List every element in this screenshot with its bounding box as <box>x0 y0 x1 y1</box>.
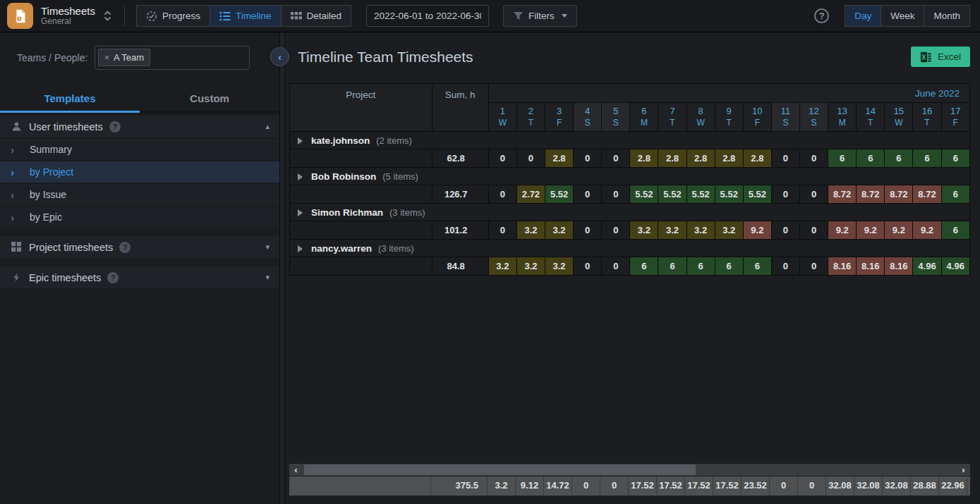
expand-icon[interactable] <box>265 242 270 252</box>
timesheet-cell[interactable]: 9.2 <box>913 221 941 240</box>
timesheet-cell[interactable]: 0 <box>800 185 828 204</box>
week-granularity-button[interactable]: Week <box>881 5 924 27</box>
expand-icon[interactable] <box>265 273 270 282</box>
timesheet-cell[interactable]: 6 <box>686 257 715 276</box>
filters-button[interactable]: Filters <box>503 5 577 27</box>
timesheet-cell[interactable]: 3.2 <box>516 221 545 240</box>
scroll-left-icon[interactable] <box>289 464 303 476</box>
timesheet-cell[interactable]: 0 <box>488 185 516 204</box>
panel-splitter[interactable] <box>279 32 285 504</box>
help-badge-icon[interactable]: ? <box>119 242 131 253</box>
timesheet-cell[interactable]: 0 <box>574 149 602 168</box>
timesheet-cell[interactable]: 0 <box>800 257 828 276</box>
timesheet-cell[interactable]: 6 <box>941 149 969 168</box>
remove-tag-icon[interactable]: × <box>104 53 109 63</box>
help-badge-icon[interactable]: ? <box>109 121 121 133</box>
timesheet-cell[interactable]: 0 <box>800 221 828 240</box>
timesheet-cell[interactable]: 3.2 <box>630 221 658 240</box>
timesheet-cell[interactable]: 9.2 <box>885 221 913 240</box>
scrollbar-thumb[interactable] <box>304 465 696 475</box>
timesheet-cell[interactable]: 8.16 <box>857 257 885 276</box>
section-project-timesheets[interactable]: Project timesheets ? <box>0 236 279 258</box>
timesheet-cell[interactable]: 2.72 <box>516 185 545 204</box>
timesheet-cell[interactable]: 5.52 <box>630 185 658 204</box>
sidebar-item-by-epic[interactable]: by Epic <box>0 207 279 228</box>
timesheet-cell[interactable]: 0 <box>602 257 630 276</box>
month-granularity-button[interactable]: Month <box>924 5 970 27</box>
dashboard-switcher-chevrons-icon[interactable] <box>104 11 111 21</box>
timesheet-cell[interactable]: 8.16 <box>828 257 857 276</box>
timesheet-cell[interactable]: 3.2 <box>488 257 516 276</box>
collapse-icon[interactable] <box>265 122 270 131</box>
tab-custom[interactable]: Custom <box>140 87 279 113</box>
timesheet-cell[interactable]: 8.72 <box>913 185 941 204</box>
timesheet-cell[interactable]: 2.8 <box>715 149 743 168</box>
progress-view-button[interactable]: Progress <box>136 5 210 27</box>
tab-templates[interactable]: Templates <box>0 87 140 113</box>
timesheet-cell[interactable]: 4.96 <box>913 257 941 276</box>
sidebar-item-summary[interactable]: Summary <box>0 139 279 160</box>
collapse-sidebar-button[interactable] <box>270 47 289 66</box>
sidebar-item-by-issue[interactable]: by Issue <box>0 184 279 205</box>
day-granularity-button[interactable]: Day <box>845 5 881 27</box>
group-row[interactable]: Simon Richman(3 items) <box>290 204 970 221</box>
timesheet-cell[interactable]: 0 <box>602 149 630 168</box>
detailed-view-button[interactable]: Detailed <box>281 5 352 27</box>
timesheet-cell[interactable]: 3.2 <box>658 221 686 240</box>
timesheet-cell[interactable]: 6 <box>658 257 686 276</box>
timesheet-cell[interactable]: 2.8 <box>545 149 574 168</box>
export-excel-button[interactable]: Excel <box>911 47 970 67</box>
group-row[interactable]: Bob Robinson(5 items) <box>290 168 970 185</box>
section-user-timesheets[interactable]: User timesheets ? <box>0 116 279 137</box>
timesheet-cell[interactable]: 2.8 <box>686 149 715 168</box>
group-row[interactable]: nancy.warren(3 items) <box>290 240 970 257</box>
help-icon[interactable]: ? <box>814 8 829 23</box>
timesheet-cell[interactable]: 3.2 <box>545 257 574 276</box>
timesheet-cell[interactable]: 6 <box>630 257 658 276</box>
timesheet-cell[interactable]: 0 <box>488 149 516 168</box>
timesheet-cell[interactable]: 8.72 <box>857 185 885 204</box>
timesheet-cell[interactable]: 6 <box>941 221 969 240</box>
timesheet-cell[interactable]: 0 <box>771 185 799 204</box>
timesheet-cell[interactable]: 3.2 <box>715 221 743 240</box>
scroll-right-icon[interactable] <box>957 464 970 476</box>
timesheet-cell[interactable]: 6 <box>857 149 885 168</box>
timesheet-cell[interactable]: 2.8 <box>658 149 686 168</box>
timesheet-cell[interactable]: 5.52 <box>743 185 771 204</box>
timeline-view-button[interactable]: Timeline <box>210 5 282 27</box>
timesheet-cell[interactable]: 0 <box>602 185 630 204</box>
timesheet-cell[interactable]: 6 <box>913 149 941 168</box>
timesheet-cell[interactable]: 3.2 <box>516 257 545 276</box>
timesheet-cell[interactable]: 9.2 <box>857 221 885 240</box>
teams-people-input[interactable]: × A Team <box>95 46 250 70</box>
group-row[interactable]: kate.johnson(2 items) <box>290 132 970 149</box>
timesheet-cell[interactable]: 3.2 <box>686 221 715 240</box>
timesheet-cell[interactable]: 8.72 <box>885 185 913 204</box>
timesheet-cell[interactable]: 4.96 <box>941 257 969 276</box>
timesheet-cell[interactable]: 0 <box>516 149 545 168</box>
timesheet-cell[interactable]: 8.72 <box>828 185 857 204</box>
help-badge-icon[interactable]: ? <box>107 272 119 283</box>
timesheet-cell[interactable]: 5.52 <box>545 185 574 204</box>
timesheet-cell[interactable]: 5.52 <box>686 185 715 204</box>
expand-group-icon[interactable] <box>298 245 303 252</box>
timesheet-cell[interactable]: 6 <box>828 149 857 168</box>
timesheet-cell[interactable]: 2.8 <box>743 149 771 168</box>
timesheet-cell[interactable]: 0 <box>800 149 828 168</box>
scrollbar-track[interactable] <box>303 464 957 476</box>
expand-group-icon[interactable] <box>298 209 303 216</box>
timesheet-cell[interactable]: 5.52 <box>715 185 743 204</box>
timesheet-cell[interactable]: 6 <box>715 257 743 276</box>
timesheet-cell[interactable]: 3.2 <box>545 221 574 240</box>
expand-group-icon[interactable] <box>298 173 303 180</box>
timesheet-cell[interactable]: 9.2 <box>828 221 857 240</box>
timesheet-cell[interactable]: 9.2 <box>743 221 771 240</box>
timesheet-cell[interactable]: 5.52 <box>658 185 686 204</box>
timesheet-cell[interactable]: 2.8 <box>630 149 658 168</box>
timesheet-cell[interactable]: 0 <box>771 257 799 276</box>
timesheet-cell[interactable]: 0 <box>574 185 602 204</box>
timesheet-cell[interactable]: 0 <box>574 221 602 240</box>
sidebar-item-by-project[interactable]: by Project <box>0 161 279 183</box>
timesheet-cell[interactable]: 0 <box>771 221 799 240</box>
timesheet-cell[interactable]: 0 <box>574 257 602 276</box>
